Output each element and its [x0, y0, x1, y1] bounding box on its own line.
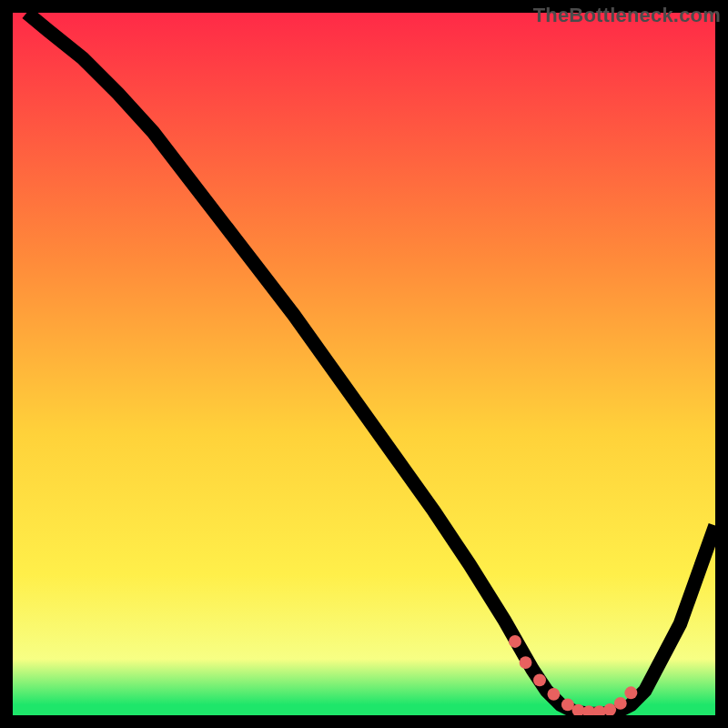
- chart-frame: { "watermark": "TheBottleneck.com", "col…: [0, 0, 728, 728]
- valley-marker: [533, 673, 546, 686]
- valley-marker: [509, 635, 521, 648]
- valley-marker: [547, 688, 560, 701]
- valley-marker: [614, 697, 627, 710]
- bottleneck-chart: [13, 13, 715, 715]
- watermark-text: TheBottleneck.com: [533, 4, 721, 27]
- plot-background: [13, 13, 715, 715]
- valley-marker: [624, 686, 637, 699]
- valley-marker: [520, 656, 532, 669]
